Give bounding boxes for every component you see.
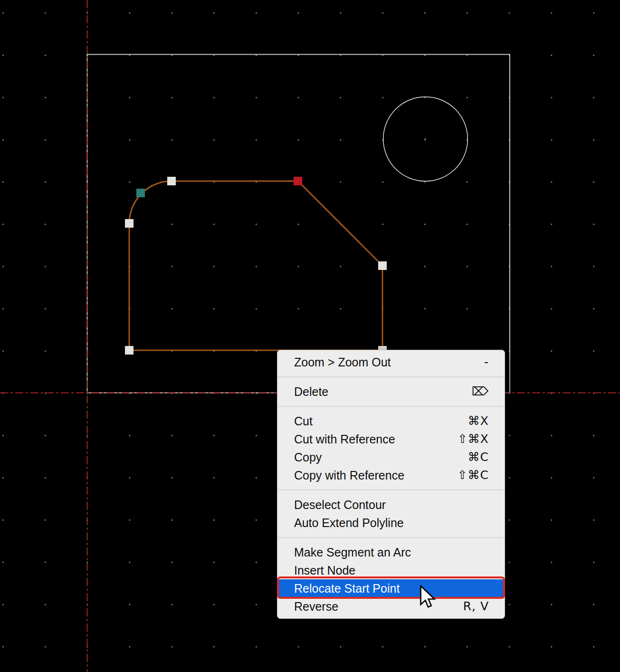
- menu-item-label: Make Segment an Arc: [294, 543, 411, 561]
- menu-item-cut[interactable]: Cut⌘X: [277, 412, 505, 430]
- menu-item-auto-extend-polyline[interactable]: Auto Extend Polyline: [277, 514, 505, 532]
- menu-item-shortcut: ⇧⌘C: [458, 466, 489, 484]
- menu-item-shortcut: ⌘C: [468, 448, 489, 466]
- workspace-boundary: [87, 55, 510, 393]
- menu-item-label: Insert Node: [294, 561, 355, 579]
- menu-item-label: Cut: [294, 412, 313, 430]
- selected-polyline-contour[interactable]: [129, 181, 382, 350]
- app-canvas: Zoom > Zoom Out-Delete⌦Cut⌘XCut with Ref…: [0, 0, 620, 672]
- menu-item-label: Copy: [294, 448, 322, 466]
- menu-item-label: Cut with Reference: [294, 430, 395, 448]
- menu-item-zoom-zoom-out[interactable]: Zoom > Zoom Out-: [277, 353, 505, 371]
- node-bottom-left[interactable]: [125, 346, 134, 355]
- menu-item-label: Relocate Start Point: [294, 579, 400, 597]
- menu-separator: [277, 401, 505, 412]
- menu-item-label: Delete: [294, 383, 328, 401]
- node-left-tangent[interactable]: [125, 219, 134, 228]
- node-top-tangent[interactable]: [167, 177, 176, 185]
- menu-item-deselect-contour[interactable]: Deselect Contour: [277, 496, 505, 514]
- menu-item-delete[interactable]: Delete⌦: [277, 383, 505, 401]
- menu-item-label: Zoom > Zoom Out: [294, 353, 391, 371]
- node-right[interactable]: [378, 261, 387, 270]
- menu-separator: [277, 532, 505, 543]
- menu-item-label: Reverse: [294, 597, 338, 615]
- menu-separator: [277, 484, 505, 496]
- menu-item-make-segment-an-arc[interactable]: Make Segment an Arc: [277, 543, 505, 561]
- node-arc-midpoint[interactable]: [136, 189, 145, 197]
- menu-item-copy-with-reference[interactable]: Copy with Reference⇧⌘C: [277, 466, 505, 484]
- menu-separator: [277, 371, 505, 383]
- menu-item-shortcut: -: [484, 353, 489, 371]
- menu-item-shortcut: ⇧⌘X: [458, 430, 489, 448]
- context-menu: Zoom > Zoom Out-Delete⌦Cut⌘XCut with Ref…: [277, 350, 505, 619]
- circle-center-dot: [425, 138, 426, 140]
- menu-item-label: Auto Extend Polyline: [294, 514, 404, 532]
- menu-item-label: Copy with Reference: [294, 466, 404, 484]
- node-start-point[interactable]: [294, 177, 302, 185]
- menu-item-shortcut: R, V: [463, 597, 489, 615]
- menu-item-cut-with-reference[interactable]: Cut with Reference⇧⌘X: [277, 430, 505, 448]
- menu-item-shortcut: ⌦: [472, 383, 489, 401]
- menu-item-insert-node[interactable]: Insert Node: [277, 561, 505, 579]
- menu-item-shortcut: ⌘X: [468, 412, 489, 430]
- menu-item-relocate-start-point[interactable]: Relocate Start Point: [277, 579, 505, 597]
- menu-item-label: Deselect Contour: [294, 496, 386, 514]
- menu-item-reverse[interactable]: ReverseR, V: [277, 597, 505, 615]
- menu-item-copy[interactable]: Copy⌘C: [277, 448, 505, 466]
